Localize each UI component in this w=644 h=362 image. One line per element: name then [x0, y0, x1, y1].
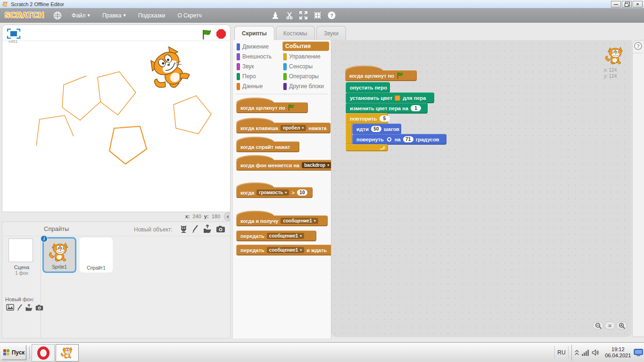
tray-expand-icon[interactable]: [575, 349, 579, 356]
network-signal-icon[interactable]: [582, 350, 589, 356]
shrink-tool-button[interactable]: [312, 11, 323, 20]
restore-icon: [625, 3, 628, 7]
camera-backdrop-button[interactable]: [35, 304, 43, 313]
sprites-header: Спрайты Новый объект:: [2, 222, 230, 236]
palette-block-when-loudness[interactable]: когда громкость▾ > 10: [236, 187, 313, 198]
category-pen[interactable]: Перо: [237, 72, 256, 81]
palette-block-broadcast-and-wait[interactable]: передать сообщение1▾ и ждать: [236, 245, 331, 255]
zoom-in-button[interactable]: [616, 321, 627, 329]
backdrop-dropdown[interactable]: backdrop▾: [302, 162, 331, 168]
menu-edit[interactable]: Правка▼: [102, 12, 126, 19]
sprite-tile-sprite1[interactable]: i Sprite1: [42, 237, 76, 273]
repeat-count-input[interactable]: 5: [380, 115, 390, 122]
category-control[interactable]: Управление: [283, 52, 321, 61]
key-dropdown[interactable]: пробел▾: [281, 125, 306, 131]
category-data[interactable]: Данные: [237, 82, 263, 91]
operators-color-swatch: [283, 73, 287, 80]
script-block-turn-degrees[interactable]: повернуть на 71 градусов: [352, 134, 446, 145]
sensing-color-swatch: [283, 63, 287, 70]
script-block-set-pen-color[interactable]: установить цвет для пера: [346, 92, 434, 103]
language-globe-icon[interactable]: [52, 11, 63, 20]
mouse-x-label: x:: [185, 214, 190, 219]
category-motion[interactable]: Движение: [237, 42, 269, 51]
stage-canvas[interactable]: [2, 41, 230, 212]
new-sprite-library-button[interactable]: [180, 224, 188, 233]
menu-about[interactable]: О Скретч: [177, 12, 201, 19]
pen-color-input[interactable]: [395, 95, 400, 101]
sprite-x-readout: x: 124: [604, 67, 617, 73]
taskbar-opera-button[interactable]: [32, 344, 55, 362]
message-dropdown[interactable]: сообщение1▾: [267, 247, 304, 253]
scratch-logo: SCRATCH: [5, 11, 44, 20]
palette-block-when-sprite-clicked[interactable]: когда спрайт нажат: [236, 141, 299, 152]
grow-tool-button[interactable]: [298, 11, 309, 20]
taskbar-scratch-button[interactable]: [56, 344, 79, 362]
new-backdrop-label: Новый фон:: [5, 296, 34, 302]
show-desktop-icon[interactable]: [634, 348, 643, 357]
paint-new-sprite-button[interactable]: [191, 224, 199, 233]
scripts-workspace[interactable]: x: 124 y: 124 когда щелкнут по опустить …: [331, 40, 632, 337]
sprite-info-button[interactable]: i: [41, 235, 48, 242]
category-looks[interactable]: Внешность: [237, 52, 272, 61]
palette-block-when-flag-clicked[interactable]: когда щелкнут по: [236, 102, 308, 113]
message-dropdown[interactable]: сообщение1▾: [281, 218, 318, 224]
stop-button[interactable]: [216, 29, 226, 41]
tab-sounds[interactable]: Звуки: [316, 26, 346, 40]
menu-file[interactable]: Файл▼: [72, 12, 90, 19]
steps-input[interactable]: 50: [371, 126, 381, 132]
loudness-value-input[interactable]: 10: [297, 189, 307, 196]
category-sound[interactable]: Звук: [237, 62, 254, 71]
palette-block-broadcast[interactable]: передать сообщение1▾: [236, 230, 316, 241]
degrees-input[interactable]: 71: [403, 136, 413, 142]
dropdown-arrow-icon: ▾: [314, 219, 316, 223]
help-button[interactable]: ?: [634, 42, 642, 50]
delete-tool-button[interactable]: [284, 11, 295, 20]
app-icon: [2, 1, 8, 8]
zoom-reset-button[interactable]: =: [604, 321, 615, 329]
start-button[interactable]: Пуск: [1, 345, 26, 360]
green-flag-icon: [396, 72, 404, 79]
dropdown-arrow-icon: ▾: [302, 126, 304, 130]
stage-selector-column: Сцена 1 фон Новый фон:: [2, 236, 41, 338]
camera-sprite-button[interactable]: [216, 224, 225, 233]
clock[interactable]: 19:12 06.04.2021: [603, 346, 632, 359]
upload-sprite-button[interactable]: [203, 224, 212, 233]
script-block-pen-down[interactable]: опустить перо: [346, 82, 390, 93]
stage-thumbnail[interactable]: [8, 239, 33, 262]
script-block-repeat[interactable]: повторить 5: [346, 113, 388, 124]
script-block-change-pen-color[interactable]: изменить цвет пера на 1: [346, 103, 428, 114]
pen-color-value-input[interactable]: 1: [411, 105, 421, 111]
tab-scripts[interactable]: Скрипты: [234, 26, 274, 40]
tab-costumes[interactable]: Костюмы: [276, 26, 315, 40]
loop-arrow-icon: [380, 145, 385, 150]
green-flag-button[interactable]: [201, 29, 212, 42]
language-indicator[interactable]: RU: [554, 346, 569, 359]
close-button[interactable]: ×: [633, 1, 643, 8]
minimize-button[interactable]: —: [611, 1, 621, 8]
restore-button[interactable]: [622, 1, 632, 8]
menu-tips[interactable]: Подсказки: [138, 12, 165, 19]
palette-block-when-i-receive[interactable]: когда я получу сообщение1▾: [236, 215, 328, 226]
paint-backdrop-button[interactable]: [17, 304, 23, 313]
window-title: Scratch 2 Offline Editor: [11, 1, 64, 7]
sprite-tile-sprite2[interactable]: Спрайт1: [79, 237, 113, 273]
category-more-blocks[interactable]: Другие блоки: [283, 82, 324, 91]
new-sprite-label: Новый объект:: [134, 226, 173, 233]
script-block-move-steps[interactable]: идти 50 шагов: [352, 123, 401, 134]
stage-collapse-button[interactable]: [224, 213, 231, 221]
backdrop-library-button[interactable]: [6, 304, 14, 313]
duplicate-tool-button[interactable]: [270, 11, 281, 20]
zoom-out-button[interactable]: [593, 321, 603, 329]
category-operators[interactable]: Операторы: [283, 72, 319, 81]
script-block-when-flag-clicked[interactable]: когда щелкнут по: [345, 70, 417, 81]
upload-backdrop-button[interactable]: [25, 304, 33, 313]
category-events-selected[interactable]: События: [282, 41, 329, 51]
category-sensing[interactable]: Сенсоры: [283, 62, 313, 71]
palette-block-when-backdrop-switches[interactable]: когда фон меняется на backdrop▾: [236, 160, 331, 171]
block-help-button[interactable]: ?: [326, 11, 338, 20]
volume-icon[interactable]: [592, 349, 600, 356]
palette-block-when-key-pressed[interactable]: когда клавиша пробел▾ нажата: [236, 123, 330, 133]
message-dropdown[interactable]: сообщение1▾: [267, 233, 304, 239]
mouse-coordinates: x: 240 y: 180: [2, 212, 231, 222]
sensor-dropdown[interactable]: громкость▾: [256, 189, 289, 196]
